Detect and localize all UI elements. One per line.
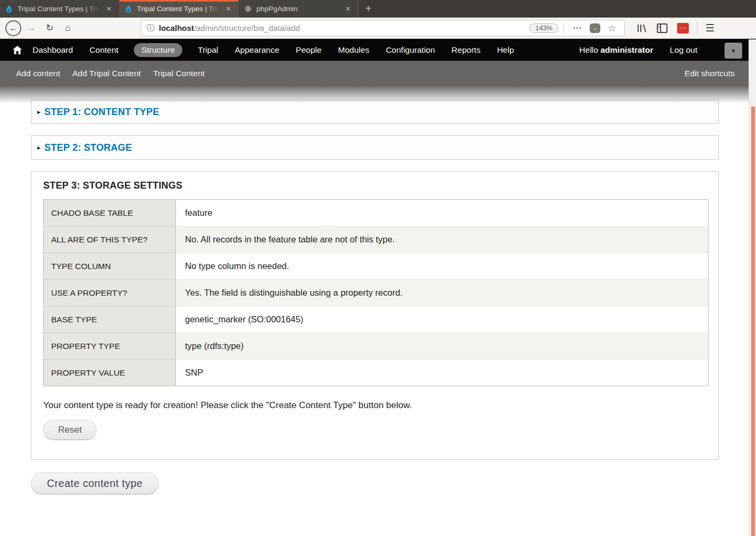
tab-title: Tripal Content Types | Tri	[18, 5, 100, 13]
drupal-admin-toolbar: Dashboard Content Structure Tripal Appea…	[0, 39, 756, 61]
row-label: PROPERTY VALUE	[44, 360, 176, 386]
admin-menu-modules[interactable]: Modules	[337, 43, 371, 57]
fieldset-step3: STEP 3: STORAGE SETTINGS CHADO BASE TABL…	[31, 171, 719, 460]
table-row: USE A PROPERTY? Yes. The field is distin…	[44, 280, 709, 306]
browser-tab-2-active[interactable]: Tripal Content Types | Tri ✕	[119, 0, 239, 18]
table-row: PROPERTY VALUE SNP	[44, 360, 709, 386]
page-body: ▸ STEP 1: CONTENT TYPE ▸ STEP 2: STORAGE…	[0, 86, 756, 535]
table-row: PROPERTY TYPE type (rdfs:type)	[44, 333, 709, 360]
phppgadmin-elephant-icon	[244, 5, 252, 13]
site-info-icon[interactable]: ⓘ	[147, 23, 155, 33]
browser-tab-1[interactable]: Tripal Content Types | Tri ✕	[0, 0, 119, 18]
admin-menu-help[interactable]: Help	[496, 43, 515, 57]
step1-legend-link[interactable]: STEP 1: CONTENT TYPE	[44, 107, 159, 118]
row-value: No. All records in the feature table are…	[176, 226, 709, 253]
logout-link[interactable]: Log out	[669, 43, 698, 57]
user-greeting: Hello administrator	[580, 45, 654, 55]
admin-menu-appearance[interactable]: Appearance	[234, 43, 280, 57]
page-scrollbar-thumb[interactable]	[751, 107, 755, 536]
row-label: ALL ARE OF THIS TYPE?	[44, 226, 176, 253]
new-tab-button[interactable]: +	[358, 0, 378, 18]
collapsed-arrow-icon: ▸	[37, 144, 41, 151]
home-button[interactable]: ⌂	[60, 20, 76, 36]
admin-menu-reports[interactable]: Reports	[451, 43, 481, 57]
sidebar-icon[interactable]	[657, 23, 667, 33]
step3-legend: STEP 3: STORAGE SETTINGS	[43, 180, 706, 191]
shortcut-add-content[interactable]: Add content	[16, 69, 60, 78]
url-host: localhost	[159, 23, 194, 33]
toolbar-right-icons: ⋯ ☰	[632, 22, 719, 35]
row-value: Yes. The field is distinguishable using …	[176, 280, 709, 306]
table-row: CHADO BASE TABLE feature	[44, 200, 709, 226]
url-path: /admin/structure/bio_data/add	[194, 23, 300, 33]
drupal-icon	[5, 5, 13, 13]
username: administrator	[600, 45, 653, 54]
fieldset-step2[interactable]: ▸ STEP 2: STORAGE	[31, 135, 719, 160]
bookmark-star-icon[interactable]: ☆	[608, 22, 616, 34]
row-label: USE A PROPERTY?	[44, 280, 176, 306]
row-value: type (rdfs:type)	[176, 333, 709, 360]
step2-legend-link[interactable]: STEP 2: STORAGE	[44, 142, 132, 153]
storage-settings-table: CHADO BASE TABLE feature ALL ARE OF THIS…	[43, 199, 709, 386]
divider	[697, 22, 697, 35]
page-scrollbar-track[interactable]	[749, 39, 756, 536]
forward-button[interactable]: →	[23, 20, 39, 36]
row-value: No type column is needed.	[176, 253, 709, 280]
admin-menu-configuration[interactable]: Configuration	[385, 43, 436, 57]
menu-hamburger-icon[interactable]: ☰	[705, 22, 714, 34]
toolbar-toggle-button[interactable]: ▼	[725, 43, 742, 59]
reset-button[interactable]: Reset	[43, 420, 96, 440]
row-label: TYPE COLUMN	[44, 253, 176, 280]
row-value: SNP	[176, 360, 709, 386]
admin-menu: Dashboard Content Structure Tripal Appea…	[31, 43, 515, 57]
tab-title: phpPgAdmin	[256, 5, 339, 13]
zoom-level-badge[interactable]: 143%	[529, 23, 558, 33]
table-row: BASE TYPE genetic_marker (SO:0001645)	[44, 306, 709, 333]
row-label: CHADO BASE TABLE	[44, 200, 176, 226]
back-button[interactable]: ←	[5, 20, 21, 36]
shortcut-tripal-content[interactable]: Tripal Content	[153, 69, 205, 78]
admin-menu-content[interactable]: Content	[89, 43, 119, 57]
collapsed-arrow-icon: ▸	[37, 108, 41, 116]
main-content: ▸ STEP 1: CONTENT TYPE ▸ STEP 2: STORAGE…	[0, 86, 719, 494]
ready-message: Your content type is ready for creation!…	[43, 400, 706, 411]
page-actions-icon[interactable]: •••	[573, 25, 582, 31]
extension-badge-icon[interactable]: ⋯	[677, 23, 689, 34]
admin-menu-dashboard[interactable]: Dashboard	[31, 43, 74, 57]
shortcut-bar: Add content Add Tripal Content Tripal Co…	[0, 61, 756, 86]
browser-nav-toolbar: ← → ↻ ⌂ ⓘ localhost /admin/structure/bio…	[0, 18, 756, 39]
row-label: BASE TYPE	[44, 306, 176, 333]
tab-title: Tripal Content Types | Tri	[137, 5, 219, 13]
row-value: genetic_marker (SO:0001645)	[176, 306, 709, 333]
create-content-type-button[interactable]: Create content type	[31, 473, 159, 494]
admin-home-icon[interactable]	[13, 46, 22, 54]
pocket-icon[interactable]: ⌄	[590, 23, 600, 33]
row-label: PROPERTY TYPE	[44, 333, 176, 360]
browser-tab-bar: Tripal Content Types | Tri ✕ Tripal Cont…	[0, 0, 756, 18]
close-icon[interactable]: ✕	[223, 4, 234, 14]
table-row: ALL ARE OF THIS TYPE? No. All records in…	[44, 226, 709, 253]
library-icon[interactable]	[637, 23, 647, 33]
close-icon[interactable]: ✕	[104, 4, 114, 14]
fieldset-step1[interactable]: ▸ STEP 1: CONTENT TYPE	[31, 100, 719, 124]
url-bar[interactable]: ⓘ localhost /admin/structure/bio_data/ad…	[141, 20, 625, 36]
admin-menu-tripal[interactable]: Tripal	[197, 43, 219, 57]
close-icon[interactable]: ✕	[343, 4, 353, 14]
shortcut-add-tripal-content[interactable]: Add Tripal Content	[73, 69, 141, 78]
shortcut-links: Add content Add Tripal Content Tripal Co…	[16, 69, 205, 78]
edit-shortcuts-link[interactable]: Edit shortcuts	[685, 69, 735, 78]
reload-button[interactable]: ↻	[42, 20, 58, 36]
divider	[564, 23, 564, 34]
admin-user-area: Hello administrator Log out	[580, 43, 698, 57]
browser-tab-3[interactable]: phpPgAdmin ✕	[239, 0, 358, 18]
admin-menu-people[interactable]: People	[295, 43, 323, 57]
drupal-icon	[124, 5, 133, 13]
table-row: TYPE COLUMN No type column is needed.	[44, 253, 709, 280]
row-value: feature	[176, 200, 709, 226]
admin-menu-structure[interactable]: Structure	[134, 43, 182, 57]
